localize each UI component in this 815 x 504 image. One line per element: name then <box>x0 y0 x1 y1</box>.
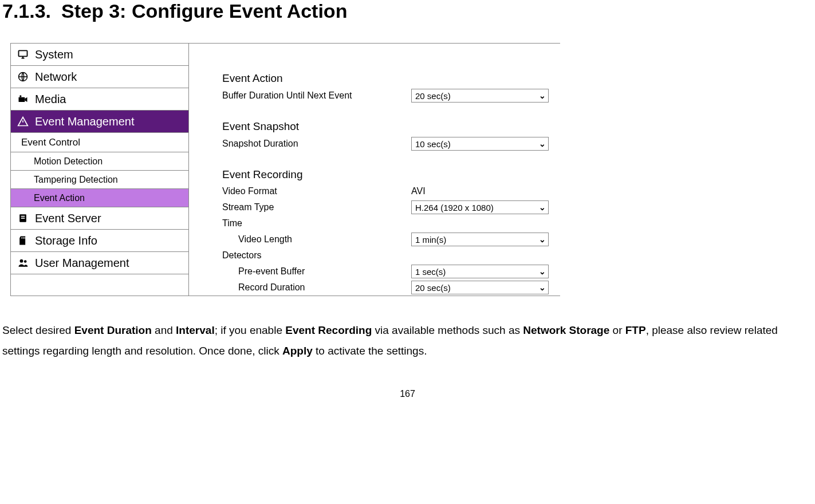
heading-title: Step 3: Configure Event Action <box>61 0 347 22</box>
buffer-duration-select[interactable]: 20 sec(s) ⌄ <box>411 89 549 103</box>
sidebar-item-motion-detection[interactable]: Motion Detection <box>11 152 188 171</box>
text-bold: Event Duration <box>74 324 152 336</box>
sidebar-item-label: Event Server <box>35 212 101 225</box>
sidebar: System Network Media Event Management <box>11 44 189 296</box>
chevron-down-icon: ⌄ <box>539 203 546 212</box>
svg-rect-2 <box>19 97 25 102</box>
event-action-title: Event Action <box>222 72 560 85</box>
select-value: 20 sec(s) <box>415 91 451 101</box>
globe-icon <box>17 70 29 83</box>
text-bold: Apply <box>282 345 313 357</box>
stream-type-select[interactable]: H.264 (1920 x 1080) ⌄ <box>411 200 549 214</box>
sidebar-item-label: Event Control <box>21 137 80 148</box>
buffer-duration-label: Buffer Duration Until Next Event <box>222 90 411 101</box>
section-heading: 7.1.3.Step 3: Configure Event Action <box>2 0 815 22</box>
text-bold: FTP <box>625 324 646 336</box>
svg-rect-9 <box>25 237 25 239</box>
sidebar-item-event-action[interactable]: Event Action <box>11 189 188 207</box>
svg-rect-0 <box>19 50 27 56</box>
sidebar-item-network[interactable]: Network <box>11 66 188 88</box>
sidebar-item-system[interactable]: System <box>11 44 188 66</box>
svg-rect-7 <box>22 237 22 239</box>
video-format-value: AVI <box>411 186 426 196</box>
svg-point-3 <box>19 95 21 97</box>
record-duration-select[interactable]: 20 sec(s) ⌄ <box>411 281 549 294</box>
text-fragment: and <box>152 324 176 336</box>
sidebar-item-media[interactable]: Media <box>11 88 188 111</box>
svg-rect-6 <box>21 218 25 219</box>
sidebar-item-label: Motion Detection <box>34 156 103 167</box>
time-label: Time <box>222 218 411 229</box>
pre-event-buffer-select[interactable]: 1 sec(s) ⌄ <box>411 265 549 278</box>
sidebar-item-label: Storage Info <box>35 234 97 247</box>
select-value: 1 sec(s) <box>415 267 446 277</box>
settings-panel: System Network Media Event Management <box>10 43 560 296</box>
sidebar-item-user-management[interactable]: User Management <box>11 252 188 274</box>
text-fragment: or <box>609 324 625 336</box>
svg-rect-5 <box>21 216 25 217</box>
text-bold: Event Recording <box>285 324 372 336</box>
video-format-label: Video Format <box>222 186 411 196</box>
snapshot-duration-select[interactable]: 10 sec(s) ⌄ <box>411 137 549 151</box>
chevron-down-icon: ⌄ <box>539 91 546 100</box>
sidebar-item-label: Tampering Detection <box>34 175 118 185</box>
text-bold: Interval <box>176 324 215 336</box>
text-fragment: Select desired <box>2 324 74 336</box>
sidebar-item-label: Network <box>35 70 77 84</box>
sidebar-item-event-management[interactable]: Event Management <box>11 111 188 133</box>
event-snapshot-title: Event Snapshot <box>222 120 560 133</box>
detectors-label: Detectors <box>222 250 411 261</box>
sidebar-item-label: Media <box>35 93 66 106</box>
monitor-icon <box>17 48 29 61</box>
record-duration-label: Record Duration <box>222 282 411 293</box>
event-recording-title: Event Recording <box>222 168 560 181</box>
sd-card-icon <box>17 234 29 247</box>
text-bold: Network Storage <box>523 324 609 336</box>
text-fragment: ; if you enable <box>215 324 286 336</box>
select-value: 20 sec(s) <box>415 283 451 293</box>
sidebar-item-label: System <box>35 48 73 61</box>
camera-icon <box>17 93 29 105</box>
heading-number: 7.1.3. <box>2 0 51 22</box>
select-value: H.264 (1920 x 1080) <box>415 203 494 212</box>
sidebar-item-label: Event Management <box>35 115 134 128</box>
chevron-down-icon: ⌄ <box>539 139 546 148</box>
pre-event-buffer-label: Pre-event Buffer <box>222 266 411 277</box>
alert-icon <box>17 115 29 128</box>
select-value: 10 sec(s) <box>415 139 451 149</box>
server-icon <box>17 212 29 225</box>
chevron-down-icon: ⌄ <box>539 267 546 276</box>
stream-type-label: Stream Type <box>222 202 411 212</box>
svg-rect-8 <box>23 237 23 239</box>
sidebar-item-label: Event Action <box>34 193 85 203</box>
chevron-down-icon: ⌄ <box>539 283 546 292</box>
instruction-paragraph: Select desired Event Duration and Interv… <box>2 320 810 361</box>
sidebar-item-event-control[interactable]: Event Control <box>11 133 188 152</box>
svg-point-10 <box>20 259 23 263</box>
sidebar-item-label: User Management <box>35 257 129 270</box>
content-pane: Event Action Buffer Duration Until Next … <box>189 44 560 296</box>
sidebar-item-event-server[interactable]: Event Server <box>11 207 188 230</box>
users-icon <box>17 257 29 269</box>
text-fragment: to activate the settings. <box>313 345 427 357</box>
text-fragment: via available methods such as <box>372 324 523 336</box>
svg-point-11 <box>24 260 27 263</box>
select-value: 1 min(s) <box>415 235 446 245</box>
video-length-select[interactable]: 1 min(s) ⌄ <box>411 233 549 246</box>
sidebar-spacer <box>11 274 188 296</box>
sidebar-item-tampering-detection[interactable]: Tampering Detection <box>11 171 188 189</box>
video-length-label: Video Length <box>222 234 411 245</box>
sidebar-item-storage-info[interactable]: Storage Info <box>11 230 188 252</box>
chevron-down-icon: ⌄ <box>539 235 546 244</box>
snapshot-duration-label: Snapshot Duration <box>222 139 411 149</box>
page-number: 167 <box>0 389 815 399</box>
